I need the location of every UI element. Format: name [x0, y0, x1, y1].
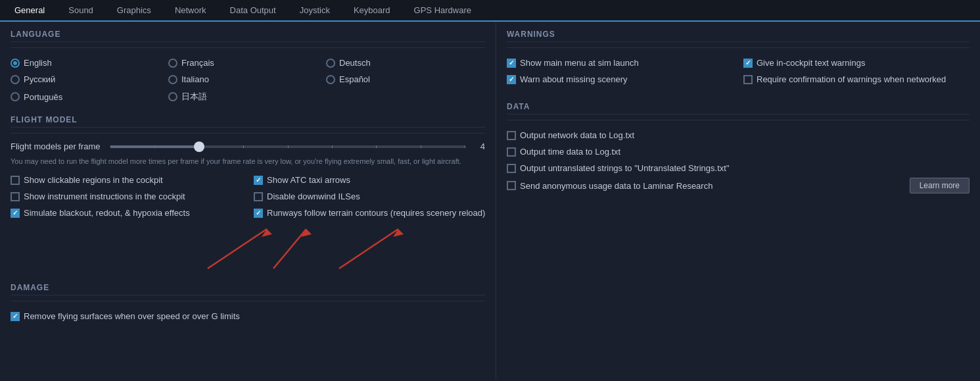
- slider-label: Flight models per frame: [11, 141, 104, 151]
- check-runways[interactable]: [254, 209, 263, 218]
- tab-general[interactable]: General: [3, 0, 57, 22]
- checkbox-give-in-cockpit-label: Give in-cockpit text warnings: [757, 58, 865, 68]
- svg-marker-1: [262, 229, 272, 237]
- check-output-untranslated[interactable]: [507, 164, 516, 173]
- tab-bar: General Sound Graphics Network Data Outp…: [0, 0, 980, 22]
- left-panel: LANGUAGE English Français Deutsch Русски…: [0, 22, 496, 379]
- svg-line-2: [273, 229, 306, 268]
- language-section-header: LANGUAGE: [11, 30, 485, 42]
- checkbox-blackout-label: Simulate blackout, redout, & hypoxia eff…: [24, 208, 190, 218]
- right-panel: WARNINGS Show main menu at sim launch Gi…: [496, 22, 980, 379]
- checkbox-show-main-menu[interactable]: Show main menu at sim launch: [507, 56, 733, 70]
- language-deutsch-label: Deutsch: [339, 58, 371, 68]
- radio-portugues[interactable]: [11, 92, 20, 101]
- data-checkboxes: Output network data to Log.txt Output ti…: [507, 128, 969, 193]
- checkbox-output-network[interactable]: Output network data to Log.txt: [507, 128, 969, 142]
- language-francais-label: Français: [181, 58, 214, 68]
- check-instrument-instructions[interactable]: [11, 192, 20, 201]
- checkbox-output-untranslated[interactable]: Output untranslated strings to "Untransl…: [507, 161, 969, 175]
- language-japanese[interactable]: 日本語: [168, 89, 326, 105]
- check-send-anonymous[interactable]: [507, 181, 516, 190]
- radio-italiano[interactable]: [168, 75, 177, 84]
- checkbox-send-anonymous[interactable]: Send anonymous usage data to Laminar Res…: [507, 179, 903, 193]
- checkbox-runways[interactable]: Runways follow terrain contours (require…: [254, 206, 496, 220]
- slider-thumb[interactable]: [194, 141, 204, 152]
- checkbox-give-in-cockpit[interactable]: Give in-cockpit text warnings: [743, 56, 969, 70]
- checkbox-instrument-instructions-label: Show instrument instructions in the cock…: [24, 191, 185, 201]
- slider-container[interactable]: [110, 145, 465, 148]
- checkbox-warn-missing-scenery[interactable]: Warn about missing scenery: [507, 72, 733, 86]
- checkbox-output-time[interactable]: Output time data to Log.txt: [507, 145, 969, 159]
- check-give-in-cockpit[interactable]: [743, 59, 753, 68]
- tab-graphics[interactable]: Graphics: [105, 0, 163, 22]
- data-divider: [507, 120, 969, 120]
- language-francais[interactable]: Français: [168, 56, 326, 70]
- checkbox-show-main-menu-label: Show main menu at sim launch: [520, 58, 639, 68]
- language-grid: English Français Deutsch Русский Italian…: [11, 56, 485, 105]
- checkbox-output-network-label: Output network data to Log.txt: [520, 130, 634, 140]
- arrows-area: [11, 222, 485, 275]
- warnings-grid: Show main menu at sim launch Give in-coc…: [507, 56, 969, 86]
- tab-gps-hardware[interactable]: GPS Hardware: [402, 0, 483, 22]
- main-content: LANGUAGE English Français Deutsch Русски…: [0, 22, 980, 379]
- checkbox-remove-flying-surfaces-label: Remove flying surfaces when over speed o…: [24, 311, 240, 321]
- language-deutsch[interactable]: Deutsch: [326, 56, 484, 70]
- slider-ticks: [110, 145, 465, 148]
- checkbox-send-anonymous-label: Send anonymous usage data to Laminar Res…: [520, 181, 712, 191]
- checkbox-atc-taxi[interactable]: Show ATC taxi arrows: [254, 173, 496, 187]
- language-divider: [11, 47, 485, 48]
- check-atc-taxi[interactable]: [254, 176, 263, 185]
- language-portugues[interactable]: Português: [11, 89, 168, 105]
- checkbox-warn-missing-scenery-label: Warn about missing scenery: [520, 74, 628, 84]
- tab-joystick[interactable]: Joystick: [288, 0, 342, 22]
- language-english[interactable]: English: [11, 56, 168, 70]
- tab-network[interactable]: Network: [163, 0, 218, 22]
- radio-deutsch[interactable]: [326, 59, 335, 68]
- warnings-section-header: WARNINGS: [507, 30, 969, 42]
- check-output-time[interactable]: [507, 147, 516, 157]
- checkbox-blackout[interactable]: Simulate blackout, redout, & hypoxia eff…: [11, 206, 254, 220]
- checkbox-runways-label: Runways follow terrain contours (require…: [267, 208, 485, 218]
- checkbox-output-time-label: Output time data to Log.txt: [520, 147, 620, 157]
- language-russian[interactable]: Русский: [11, 72, 168, 86]
- red-arrows-svg: [76, 222, 471, 275]
- flight-model-slider-row: Flight models per frame 4: [11, 141, 485, 151]
- tab-sound[interactable]: Sound: [57, 0, 105, 22]
- checkbox-remove-flying-surfaces[interactable]: Remove flying surfaces when over speed o…: [11, 309, 485, 323]
- slider-hint: You may need to run the flight model mor…: [11, 157, 485, 166]
- flight-model-checkboxes: Show clickable regions in the cockpit Sh…: [11, 173, 485, 220]
- radio-espanol[interactable]: [326, 75, 335, 84]
- check-warn-missing-scenery[interactable]: [507, 75, 516, 84]
- check-remove-flying-surfaces[interactable]: [11, 312, 20, 321]
- tab-data-output[interactable]: Data Output: [218, 0, 288, 22]
- language-italiano[interactable]: Italiano: [168, 72, 326, 86]
- language-japanese-label: 日本語: [181, 91, 207, 103]
- checkbox-clickable-regions-label: Show clickable regions in the cockpit: [24, 175, 163, 185]
- checkbox-disable-downwind[interactable]: Disable downwind ILSes: [254, 190, 496, 203]
- learn-more-button[interactable]: Learn more: [910, 178, 969, 193]
- check-require-confirmation[interactable]: [743, 75, 753, 84]
- radio-japanese[interactable]: [168, 92, 177, 101]
- language-espanol[interactable]: Español: [326, 72, 484, 86]
- check-blackout[interactable]: [11, 209, 20, 218]
- radio-russian[interactable]: [11, 75, 20, 84]
- check-disable-downwind[interactable]: [254, 192, 263, 201]
- tab-keyboard[interactable]: Keyboard: [342, 0, 402, 22]
- check-output-network[interactable]: [507, 131, 516, 140]
- checkbox-instrument-instructions[interactable]: Show instrument instructions in the cock…: [11, 190, 254, 203]
- flight-model-divider: [11, 133, 485, 134]
- damage-section-header: DAMAGE: [11, 283, 485, 295]
- send-anonymous-row: Send anonymous usage data to Laminar Res…: [507, 178, 969, 193]
- slider-value: 4: [472, 141, 485, 151]
- checkbox-require-confirmation[interactable]: Require confirmation of warnings when ne…: [743, 72, 969, 86]
- check-clickable-regions[interactable]: [11, 176, 20, 185]
- checkbox-atc-taxi-label: Show ATC taxi arrows: [267, 175, 350, 185]
- checkbox-clickable-regions[interactable]: Show clickable regions in the cockpit: [11, 173, 254, 187]
- radio-francais[interactable]: [168, 59, 177, 68]
- radio-english[interactable]: [11, 59, 20, 68]
- damage-section: DAMAGE Remove flying surfaces when over …: [11, 283, 485, 323]
- check-show-main-menu[interactable]: [507, 59, 516, 68]
- checkbox-require-confirmation-label: Require confirmation of warnings when ne…: [757, 74, 946, 84]
- language-italiano-label: Italiano: [181, 74, 209, 84]
- svg-line-4: [339, 229, 398, 268]
